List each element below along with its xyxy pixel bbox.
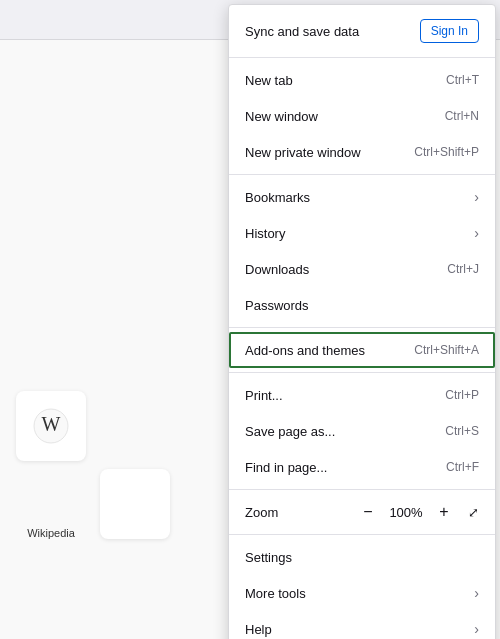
zoom-percent: 100%: [388, 505, 424, 520]
blank-tile: [100, 469, 170, 539]
zoom-label: Zoom: [245, 505, 278, 520]
settings-item[interactable]: Settings: [229, 539, 495, 575]
print-shortcut: Ctrl+P: [445, 388, 479, 402]
passwords-item[interactable]: Passwords: [229, 287, 495, 323]
addons-shortcut: Ctrl+Shift+A: [414, 343, 479, 357]
help-label: Help: [245, 622, 272, 637]
new-tab-item[interactable]: New tab Ctrl+T: [229, 62, 495, 98]
wikipedia-tile[interactable]: W Wikipedia: [16, 391, 86, 539]
new-tab-label: New tab: [245, 73, 293, 88]
settings-section: Settings More tools › Help ›: [229, 535, 495, 639]
find-in-page-label: Find in page...: [245, 460, 327, 475]
addons-section: Add-ons and themes Ctrl+Shift+A: [229, 328, 495, 373]
zoom-section: Zoom − 100% + ⤢: [229, 490, 495, 535]
new-tab-shortcut: Ctrl+T: [446, 73, 479, 87]
browser-menu: Sync and save data Sign In New tab Ctrl+…: [228, 4, 496, 639]
sign-in-button[interactable]: Sign In: [420, 19, 479, 43]
bookmarks-section: Bookmarks › History › Downloads Ctrl+J P…: [229, 175, 495, 328]
bookmarks-item[interactable]: Bookmarks ›: [229, 179, 495, 215]
save-page-shortcut: Ctrl+S: [445, 424, 479, 438]
print-item[interactable]: Print... Ctrl+P: [229, 377, 495, 413]
bookmarks-label: Bookmarks: [245, 190, 310, 205]
more-tools-chevron-icon: ›: [474, 585, 479, 601]
new-private-window-item[interactable]: New private window Ctrl+Shift+P: [229, 134, 495, 170]
find-in-page-shortcut: Ctrl+F: [446, 460, 479, 474]
zoom-in-button[interactable]: +: [432, 500, 456, 524]
addons-item[interactable]: Add-ons and themes Ctrl+Shift+A: [229, 332, 495, 368]
bookmarks-chevron-icon: ›: [474, 189, 479, 205]
new-private-window-shortcut: Ctrl+Shift+P: [414, 145, 479, 159]
new-window-shortcut: Ctrl+N: [445, 109, 479, 123]
new-tab-section: New tab Ctrl+T New window Ctrl+N New pri…: [229, 58, 495, 175]
print-label: Print...: [245, 388, 283, 403]
settings-label: Settings: [245, 550, 292, 565]
sync-row: Sync and save data Sign In: [229, 9, 495, 53]
zoom-expand-icon[interactable]: ⤢: [468, 505, 479, 520]
wikipedia-label: Wikipedia: [16, 527, 86, 539]
passwords-label: Passwords: [245, 298, 309, 313]
zoom-row: Zoom − 100% + ⤢: [229, 494, 495, 530]
zoom-out-button[interactable]: −: [356, 500, 380, 524]
zoom-controls: − 100% + ⤢: [356, 500, 479, 524]
more-tools-label: More tools: [245, 586, 306, 601]
find-in-page-item[interactable]: Find in page... Ctrl+F: [229, 449, 495, 485]
addons-label: Add-ons and themes: [245, 343, 365, 358]
print-section: Print... Ctrl+P Save page as... Ctrl+S F…: [229, 373, 495, 490]
more-tools-item[interactable]: More tools ›: [229, 575, 495, 611]
new-private-window-label: New private window: [245, 145, 361, 160]
history-label: History: [245, 226, 285, 241]
new-window-label: New window: [245, 109, 318, 124]
help-chevron-icon: ›: [474, 621, 479, 637]
new-window-item[interactable]: New window Ctrl+N: [229, 98, 495, 134]
save-page-label: Save page as...: [245, 424, 335, 439]
save-page-item[interactable]: Save page as... Ctrl+S: [229, 413, 495, 449]
downloads-shortcut: Ctrl+J: [447, 262, 479, 276]
sync-label: Sync and save data: [245, 24, 359, 39]
sync-section: Sync and save data Sign In: [229, 5, 495, 58]
history-chevron-icon: ›: [474, 225, 479, 241]
history-item[interactable]: History ›: [229, 215, 495, 251]
help-item[interactable]: Help ›: [229, 611, 495, 639]
wikipedia-icon-box: W: [16, 391, 86, 461]
downloads-item[interactable]: Downloads Ctrl+J: [229, 251, 495, 287]
downloads-label: Downloads: [245, 262, 309, 277]
browser-window: W Wikipedia Sync and save data Sign In N…: [0, 0, 500, 639]
svg-text:W: W: [42, 413, 61, 435]
